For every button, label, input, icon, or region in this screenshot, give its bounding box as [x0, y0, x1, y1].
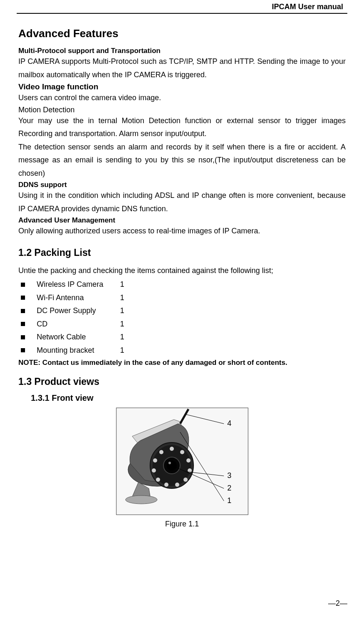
figure-1-1: 4 3 2 1 Figure 1.1: [18, 407, 346, 528]
pack-item-qty: 1: [120, 278, 124, 291]
packing-note: NOTE: Contact us immediately in the case…: [18, 359, 346, 367]
camera-front-view-illustration: 4 3 2 1: [115, 407, 249, 516]
note-text: Contact us immediately in the case of an…: [43, 359, 288, 367]
note-prefix: NOTE:: [18, 359, 43, 367]
pack-item-qty: 1: [120, 318, 124, 331]
square-bullet-icon: [21, 322, 25, 326]
subhead-video-image: Video Image function: [18, 82, 346, 91]
svg-point-18: [159, 450, 163, 454]
body-video-image: Users can control the camera video image…: [18, 91, 346, 105]
svg-point-13: [175, 483, 179, 487]
pack-item-qty: 1: [120, 291, 124, 305]
list-item: Wi-Fi Antenna 1: [18, 291, 346, 305]
subhead-multi-protocol: Multi-Protocol support and Transportatio…: [18, 47, 346, 55]
heading-front-view: 1.3.1 Front view: [31, 393, 346, 403]
list-item: CD 1: [18, 318, 346, 331]
figure-caption: Figure 1.1: [18, 520, 346, 528]
square-bullet-icon: [21, 296, 25, 300]
pack-item-label: CD: [37, 318, 120, 331]
body-user-mgmt: Only allowing authorized users access to…: [18, 225, 346, 238]
page-content: Advanced Features Multi-Protocol support…: [17, 27, 347, 528]
body-motion-1: Your may use the in ternal Motion Detect…: [18, 114, 346, 141]
square-bullet-icon: [21, 348, 25, 352]
svg-point-9: [180, 450, 184, 454]
doc-header-title: IPCAM User manual: [17, 0, 347, 13]
packing-intro: Untie the packing and checking the items…: [18, 264, 346, 278]
callout-2-label: 2: [227, 484, 231, 492]
body-multi-protocol: IP CAMERA supports Multi-Protocol such a…: [18, 55, 346, 81]
page-number: —2—: [328, 599, 347, 608]
pack-item-label: DC Power Supply: [37, 304, 120, 318]
subhead-user-mgmt: Advanced User Management: [18, 216, 346, 225]
header-rule: [17, 13, 347, 14]
svg-point-8: [170, 447, 174, 451]
svg-point-7: [168, 462, 171, 464]
subhead-motion-detection: Motion Detection: [18, 106, 346, 114]
square-bullet-icon: [21, 309, 25, 313]
callout-4-label: 4: [227, 419, 231, 427]
svg-point-15: [156, 478, 160, 482]
heading-packing-list: 1.2 Packing List: [18, 247, 346, 258]
svg-point-14: [164, 483, 168, 487]
callout-1-label: 1: [227, 496, 231, 505]
pack-item-qty: 1: [120, 304, 124, 318]
square-bullet-icon: [21, 335, 25, 339]
list-item: Wireless IP Camera 1: [18, 278, 346, 291]
body-motion-2: The detection sensor sends an alarm and …: [18, 141, 346, 180]
callout-3-label: 3: [227, 471, 231, 480]
pack-item-qty: 1: [120, 331, 124, 344]
pack-item-qty: 1: [120, 344, 124, 357]
svg-point-16: [152, 468, 156, 473]
pack-item-label: Mounting bracket: [37, 344, 120, 357]
svg-point-20: [126, 496, 157, 504]
svg-point-10: [186, 458, 191, 463]
pack-item-label: Wireless IP Camera: [37, 278, 120, 291]
square-bullet-icon: [21, 283, 25, 287]
body-ddns: Using it in the condition which includin…: [18, 189, 346, 215]
pack-item-label: Wi-Fi Antenna: [37, 291, 120, 305]
subhead-ddns: DDNS support: [18, 181, 346, 189]
pack-item-label: Network Cable: [37, 331, 120, 344]
svg-point-17: [153, 458, 157, 463]
packing-list: Wireless IP Camera 1 Wi-Fi Antenna 1 DC …: [18, 278, 346, 357]
list-item: Network Cable 1: [18, 331, 346, 344]
heading-product-views: 1.3 Product views: [18, 376, 346, 387]
list-item: DC Power Supply 1: [18, 304, 346, 318]
heading-advanced-features: Advanced Features: [18, 27, 346, 40]
list-item: Mounting bracket 1: [18, 344, 346, 357]
svg-point-12: [183, 478, 188, 482]
